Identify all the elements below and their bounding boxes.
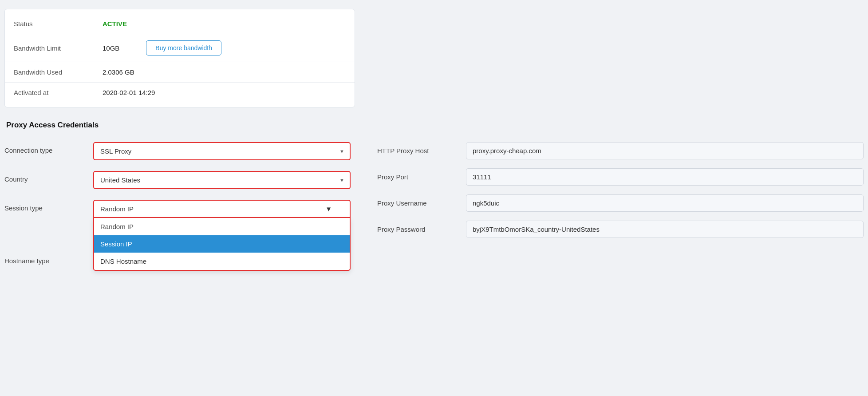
proxy-port-label: Proxy Port — [377, 173, 466, 181]
activated-at-label: Activated at — [14, 89, 103, 96]
proxy-port-row: Proxy Port — [377, 168, 864, 186]
proxy-username-row: Proxy Username — [377, 194, 864, 212]
session-type-label: Session type — [4, 200, 93, 212]
proxy-password-input[interactable] — [466, 221, 864, 238]
connection-type-select[interactable]: SSL Proxy HTTP Proxy SOCKS5 — [93, 142, 351, 160]
session-type-row: Session type Random IP ▼ Random IP Sessi… — [4, 200, 351, 218]
session-type-wrap: Random IP ▼ Random IP Session IP DNS Hos… — [93, 200, 351, 218]
proxy-username-input[interactable] — [466, 194, 864, 212]
proxy-port-input[interactable] — [466, 168, 864, 186]
bandwidth-limit-row: Bandwidth Limit 10GB Buy more bandwidth — [5, 34, 355, 62]
country-select[interactable]: United States United Kingdom Germany Fra… — [93, 171, 351, 189]
country-row: Country United States United Kingdom Ger… — [4, 171, 351, 189]
session-type-selected-value: Random IP — [100, 205, 134, 213]
page-container: Status ACTIVE Bandwidth Limit 10GB Buy m… — [0, 9, 868, 289]
connection-type-label: Connection type — [4, 142, 93, 154]
http-proxy-host-label: HTTP Proxy Host — [377, 147, 466, 154]
connection-type-row: Connection type SSL Proxy HTTP Proxy SOC… — [4, 142, 351, 160]
status-value: ACTIVE — [103, 20, 127, 28]
country-label: Country — [4, 171, 93, 183]
activated-at-value: 2020-02-01 14:29 — [103, 89, 155, 96]
activated-at-row: Activated at 2020-02-01 14:29 — [5, 83, 355, 103]
left-panel: Connection type SSL Proxy HTTP Proxy SOC… — [4, 142, 351, 281]
credentials-section: Proxy Access Credentials Connection type… — [0, 116, 868, 289]
bandwidth-limit-label: Bandwidth Limit — [14, 44, 103, 52]
proxy-password-row: Proxy Password — [377, 221, 864, 238]
session-type-display[interactable]: Random IP ▼ — [93, 200, 351, 218]
session-type-dropdown: Random IP Session IP DNS Hostname — [93, 218, 351, 271]
buy-bandwidth-button[interactable]: Buy more bandwidth — [146, 40, 221, 55]
session-option-dns-hostname[interactable]: DNS Hostname — [94, 253, 350, 270]
http-proxy-host-row: HTTP Proxy Host — [377, 142, 864, 159]
proxy-username-label: Proxy Username — [377, 199, 466, 207]
credentials-title: Proxy Access Credentials — [4, 121, 864, 130]
bandwidth-limit-value: 10GB — [103, 44, 119, 52]
proxy-password-label: Proxy Password — [377, 226, 466, 233]
bandwidth-used-label: Bandwidth Used — [14, 68, 103, 76]
session-option-random-ip[interactable]: Random IP — [94, 218, 350, 235]
status-label: Status — [14, 20, 103, 28]
credentials-grid: Connection type SSL Proxy HTTP Proxy SOC… — [4, 142, 864, 281]
http-proxy-host-input[interactable] — [466, 142, 864, 159]
session-type-arrow-icon: ▼ — [325, 205, 332, 213]
right-panel: HTTP Proxy Host Proxy Port Proxy Usernam… — [368, 142, 864, 281]
connection-type-wrap: SSL Proxy HTTP Proxy SOCKS5 ▼ — [93, 142, 351, 160]
info-card: Status ACTIVE Bandwidth Limit 10GB Buy m… — [4, 9, 355, 107]
bandwidth-used-row: Bandwidth Used 2.0306 GB — [5, 62, 355, 83]
status-row: Status ACTIVE — [5, 14, 355, 34]
hostname-type-label: Hostname type — [4, 253, 93, 265]
bandwidth-used-value: 2.0306 GB — [103, 68, 134, 76]
session-option-session-ip[interactable]: Session IP — [94, 235, 350, 253]
country-wrap: United States United Kingdom Germany Fra… — [93, 171, 351, 189]
